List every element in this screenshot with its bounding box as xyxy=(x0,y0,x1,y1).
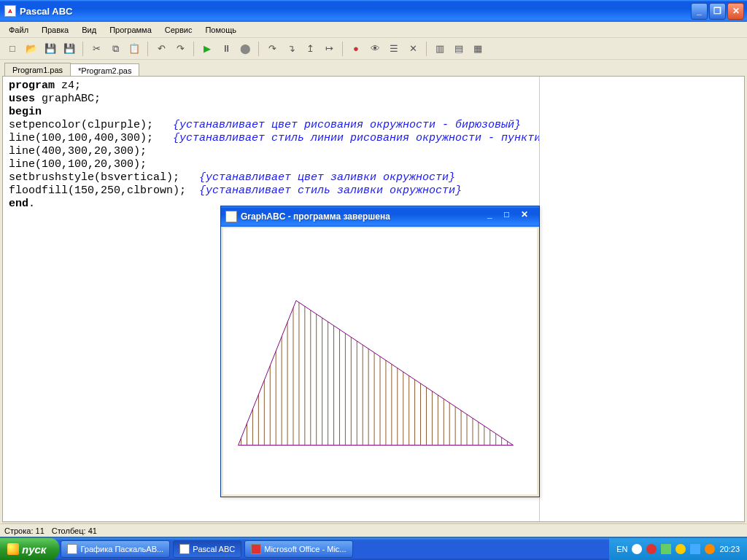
step-out-icon[interactable]: ↥ xyxy=(302,41,318,57)
stop-icon[interactable]: ⬤ xyxy=(237,41,253,57)
graphabc-icon xyxy=(225,211,237,222)
graphabc-canvas xyxy=(223,228,537,494)
toolbar-separator xyxy=(342,42,343,56)
tab-program2[interactable]: *Program2.pas xyxy=(70,63,139,77)
toolbar: □📂💾💾✂⧉📋↶↷▶⏸⬤↷↴↥↦●👁☰✕▥▤▦ xyxy=(0,38,747,60)
graphabc-close-button[interactable]: ✕ xyxy=(521,209,536,225)
run-icon[interactable]: ▶ xyxy=(199,41,215,57)
copy-icon[interactable]: ⧉ xyxy=(107,41,123,57)
step-into-icon[interactable]: ↴ xyxy=(283,41,299,57)
window-title: Pascal ABC xyxy=(20,6,691,17)
status-column: Столбец: 41 xyxy=(52,526,97,535)
menu-file[interactable]: Файл xyxy=(3,24,34,36)
open-icon[interactable]: 📂 xyxy=(23,41,39,57)
pause-icon[interactable]: ⏸ xyxy=(218,41,234,57)
graphabc-title-bar[interactable]: GraphABC - программа завершена _ □ ✕ xyxy=(221,206,539,227)
graphabc-minimize-button[interactable]: _ xyxy=(487,209,503,225)
pascal-icon xyxy=(179,544,190,554)
menu-edit[interactable]: Правка xyxy=(36,24,74,36)
word-icon xyxy=(67,544,77,554)
menu-bar: Файл Правка Вид Программа Сервис Помощь xyxy=(0,22,747,38)
status-line: Строка: 11 xyxy=(4,526,44,535)
window-tile-h-icon[interactable]: ▤ xyxy=(451,41,467,57)
window-cascade-icon[interactable]: ▥ xyxy=(432,41,448,57)
menu-program[interactable]: Программа xyxy=(104,24,158,36)
cut-icon[interactable]: ✂ xyxy=(88,41,104,57)
watch-icon[interactable]: 👁 xyxy=(367,41,383,57)
toolbar-separator xyxy=(426,42,427,56)
tray-antivirus-icon[interactable] xyxy=(661,544,671,554)
tray-network-icon[interactable] xyxy=(690,544,700,554)
graphabc-title: GraphABC - программа завершена xyxy=(241,211,487,222)
new-file-icon[interactable]: □ xyxy=(4,41,20,57)
tray-update-icon[interactable] xyxy=(705,544,715,554)
tray-icon[interactable] xyxy=(632,544,642,554)
taskbar-item-office[interactable]: Microsoft Office - Mic... xyxy=(244,540,352,558)
language-indicator[interactable]: EN xyxy=(616,545,627,553)
editor-tabs: Program1.pas *Program2.pas xyxy=(0,60,747,76)
graphabc-maximize-button[interactable]: □ xyxy=(504,209,519,225)
tray-shield-icon[interactable] xyxy=(676,544,686,554)
view-vars-icon[interactable]: ☰ xyxy=(386,41,402,57)
toolbar-separator xyxy=(147,42,148,56)
toolbar-separator xyxy=(82,42,83,56)
clear-breakpoints-icon[interactable]: ✕ xyxy=(405,41,421,57)
status-bar: Строка: 11 Столбец: 41 xyxy=(0,524,747,538)
minimize-button[interactable]: _ xyxy=(691,3,708,20)
redo-icon[interactable]: ↷ xyxy=(172,41,188,57)
menu-help[interactable]: Помощь xyxy=(199,24,242,36)
opera-icon xyxy=(251,544,261,554)
tab-program1[interactable]: Program1.pas xyxy=(4,63,71,76)
windows-logo-icon xyxy=(7,543,19,555)
close-button[interactable]: ✕ xyxy=(727,3,744,20)
app-icon: A xyxy=(4,5,16,17)
window-tile-v-icon[interactable]: ▦ xyxy=(470,41,486,57)
save-all-icon[interactable]: 💾 xyxy=(61,41,77,57)
undo-icon[interactable]: ↶ xyxy=(153,41,169,57)
clock[interactable]: 20:23 xyxy=(719,545,740,553)
taskbar-item-word[interactable]: Графика ПаскальАВ... xyxy=(61,540,170,558)
toggle-breakpoint-icon[interactable]: ● xyxy=(348,41,364,57)
save-icon[interactable]: 💾 xyxy=(42,41,58,57)
paste-icon[interactable]: 📋 xyxy=(126,41,142,57)
toolbar-separator xyxy=(193,42,194,56)
system-tray[interactable]: EN 20:23 xyxy=(609,538,747,560)
editor-right-margin xyxy=(540,77,744,521)
run-to-cursor-icon[interactable]: ↦ xyxy=(321,41,337,57)
svg-marker-48 xyxy=(239,300,514,445)
menu-service[interactable]: Сервис xyxy=(159,24,198,36)
tray-opera-icon[interactable] xyxy=(646,544,657,554)
taskbar: пуск Графика ПаскальАВ... Pascal ABC Mic… xyxy=(0,538,747,560)
graphabc-window[interactable]: GraphABC - программа завершена _ □ ✕ xyxy=(220,206,540,497)
taskbar-item-pascal[interactable]: Pascal ABC xyxy=(173,540,241,558)
restore-button[interactable]: ❐ xyxy=(709,3,726,20)
menu-view[interactable]: Вид xyxy=(76,24,102,36)
step-over-icon[interactable]: ↷ xyxy=(264,41,280,57)
start-button[interactable]: пуск xyxy=(0,538,59,560)
title-bar: A Pascal ABC _ ❐ ✕ xyxy=(0,0,747,22)
toolbar-separator xyxy=(258,42,259,56)
